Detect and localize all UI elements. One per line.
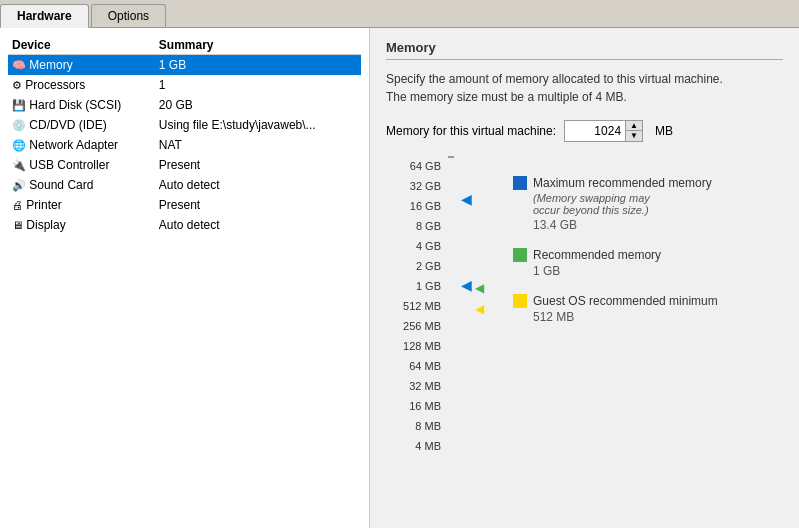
scale-label: 32 MB	[386, 376, 441, 396]
memory-value-input[interactable]	[565, 122, 625, 140]
device-name: Sound Card	[29, 178, 93, 192]
memory-panel: Memory Specify the amount of memory allo…	[370, 28, 799, 528]
device-icon: 🖥	[12, 219, 23, 231]
scale-label: 4 GB	[386, 236, 441, 256]
memory-input-label: Memory for this virtual machine:	[386, 124, 556, 138]
device-cell: 🔊 Sound Card	[8, 175, 155, 195]
memory-increment-button[interactable]: ▲	[626, 121, 642, 131]
device-cell: 💾 Hard Disk (SCSI)	[8, 95, 155, 115]
device-name: Hard Disk (SCSI)	[29, 98, 121, 112]
summary-cell: Present	[155, 155, 361, 175]
legend-color-swatch	[513, 248, 527, 262]
device-name: Memory	[29, 58, 72, 72]
scale-label: 32 GB	[386, 176, 441, 196]
legend-header: Maximum recommended memory	[513, 176, 718, 190]
green-arrow-marker: ◀	[461, 281, 484, 295]
legend-value: 1 GB	[533, 264, 718, 278]
device-cell: ⚙ Processors	[8, 75, 155, 95]
arrow-markers: ◀ ◀ ◀ ◀	[461, 156, 485, 456]
scale-label: 512 MB	[386, 296, 441, 316]
device-icon: 💾	[12, 99, 26, 111]
tab-bar: Hardware Options	[0, 0, 799, 28]
scale-label: 8 GB	[386, 216, 441, 236]
main-content: Device Summary 🧠 Memory 1 GB ⚙ Processor…	[0, 28, 799, 528]
summary-cell: Auto detect	[155, 175, 361, 195]
summary-cell: NAT	[155, 135, 361, 155]
summary-cell: 20 GB	[155, 95, 361, 115]
table-row[interactable]: 🔌 USB Controller Present	[8, 155, 361, 175]
tab-options[interactable]: Options	[91, 4, 166, 27]
yellow-arrow-icon: ◀	[475, 302, 484, 316]
table-row[interactable]: 🖥 Display Auto detect	[8, 215, 361, 235]
legend-title-text: Recommended memory	[533, 248, 661, 262]
legend-title-text: Guest OS recommended minimum	[533, 294, 718, 308]
table-row[interactable]: 💾 Hard Disk (SCSI) 20 GB	[8, 95, 361, 115]
device-cell: 🖥 Display	[8, 215, 155, 235]
col-summary: Summary	[155, 36, 361, 55]
summary-cell: Using file E:\study\javaweb\...	[155, 115, 361, 135]
device-name: USB Controller	[29, 158, 109, 172]
scale-label: 128 MB	[386, 336, 441, 356]
summary-cell: Present	[155, 195, 361, 215]
device-cell: 🖨 Printer	[8, 195, 155, 215]
legend-value: 512 MB	[533, 310, 718, 324]
table-row[interactable]: 💿 CD/DVD (IDE) Using file E:\study\javaw…	[8, 115, 361, 135]
scale-label: 64 MB	[386, 356, 441, 376]
legend-panel: Maximum recommended memory (Memory swapp…	[513, 156, 718, 456]
scale-label: 2 GB	[386, 256, 441, 276]
device-cell: 🧠 Memory	[8, 55, 155, 76]
device-table: Device Summary 🧠 Memory 1 GB ⚙ Processor…	[8, 36, 361, 235]
memory-slider-container: 64 GB32 GB16 GB8 GB4 GB2 GB1 GB512 MB256…	[386, 156, 783, 456]
scale-label: 1 GB	[386, 276, 441, 296]
memory-decrement-button[interactable]: ▼	[626, 131, 642, 141]
blue-max-arrow-icon: ◀	[461, 191, 472, 207]
legend-header: Recommended memory	[513, 248, 718, 262]
device-name: CD/DVD (IDE)	[29, 118, 106, 132]
device-icon: 💿	[12, 119, 26, 131]
green-arrow-icon: ◀	[475, 281, 484, 295]
scale-label: 16 GB	[386, 196, 441, 216]
device-icon: ⚙	[12, 79, 22, 91]
scale-track-area: 64 GB32 GB16 GB8 GB4 GB2 GB1 GB512 MB256…	[386, 156, 485, 456]
memory-section-title: Memory	[386, 40, 783, 60]
device-panel: Device Summary 🧠 Memory 1 GB ⚙ Processor…	[0, 28, 370, 528]
legend-item: Recommended memory 1 GB	[513, 248, 718, 278]
device-icon: 🔌	[12, 159, 26, 171]
summary-cell: 1 GB	[155, 55, 361, 76]
device-cell: 🔌 USB Controller	[8, 155, 155, 175]
table-row[interactable]: 🔊 Sound Card Auto detect	[8, 175, 361, 195]
table-row[interactable]: 🌐 Network Adapter NAT	[8, 135, 361, 155]
memory-spinner: ▲ ▼	[625, 121, 642, 141]
col-device: Device	[8, 36, 155, 55]
device-cell: 🌐 Network Adapter	[8, 135, 155, 155]
legend-item: Guest OS recommended minimum 512 MB	[513, 294, 718, 324]
memory-unit-label: MB	[655, 124, 673, 138]
table-row[interactable]: 🧠 Memory 1 GB	[8, 55, 361, 76]
device-name: Processors	[25, 78, 85, 92]
device-name: Printer	[26, 198, 61, 212]
summary-cell: 1	[155, 75, 361, 95]
tab-hardware[interactable]: Hardware	[0, 4, 89, 28]
legend-value: 13.4 GB	[533, 218, 718, 232]
slider-track-bar	[448, 156, 454, 158]
scale-label: 256 MB	[386, 316, 441, 336]
device-icon: 🧠	[12, 59, 26, 71]
summary-cell: Auto detect	[155, 215, 361, 235]
device-icon: 🖨	[12, 199, 23, 211]
device-icon: 🔊	[12, 179, 26, 191]
scale-label: 8 MB	[386, 416, 441, 436]
memory-input-box: ▲ ▼	[564, 120, 643, 142]
device-name: Display	[26, 218, 65, 232]
table-row[interactable]: 🖨 Printer Present	[8, 195, 361, 215]
scale-label: 64 GB	[386, 156, 441, 176]
legend-title-text: Maximum recommended memory	[533, 176, 712, 190]
legend-note: (Memory swapping mayoccur beyond this si…	[533, 192, 718, 216]
scale-label: 16 MB	[386, 396, 441, 416]
table-row[interactable]: ⚙ Processors 1	[8, 75, 361, 95]
device-icon: 🌐	[12, 139, 26, 151]
legend-header: Guest OS recommended minimum	[513, 294, 718, 308]
legend-item: Maximum recommended memory (Memory swapp…	[513, 176, 718, 232]
memory-description: Specify the amount of memory allocated t…	[386, 70, 783, 106]
device-name: Network Adapter	[29, 138, 118, 152]
scale-labels: 64 GB32 GB16 GB8 GB4 GB2 GB1 GB512 MB256…	[386, 156, 441, 456]
